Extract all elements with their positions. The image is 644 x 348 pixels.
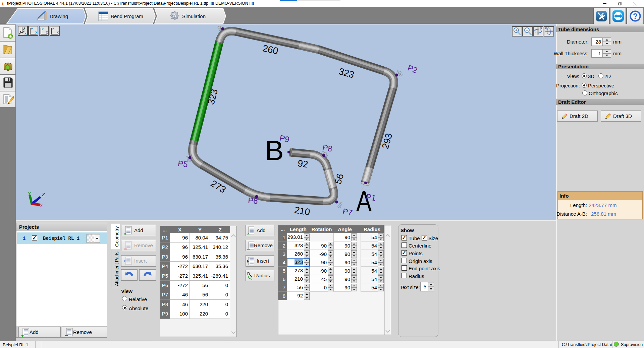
svg-text:P1: P1 <box>365 192 377 203</box>
svg-text:Z: Z <box>52 27 54 31</box>
svg-text:Y: Y <box>28 191 31 196</box>
svg-text:Z: Z <box>41 192 45 197</box>
svg-text:Y: Y <box>19 32 21 36</box>
svg-text:X: X <box>57 31 59 34</box>
svg-text:Z: Z <box>23 26 25 30</box>
svg-text:?: ? <box>633 12 638 21</box>
svg-text:92: 92 <box>297 158 309 170</box>
svg-text:Y: Y <box>31 27 33 31</box>
svg-text:P2: P2 <box>407 63 419 75</box>
svg-text:Z: Z <box>46 31 48 34</box>
svg-text:P7: P7 <box>342 207 353 218</box>
svg-text:X: X <box>39 202 43 208</box>
svg-text:Y: Y <box>42 27 44 31</box>
svg-text:210: 210 <box>294 205 311 217</box>
svg-text:X: X <box>24 32 26 36</box>
svg-text:260: 260 <box>262 43 279 56</box>
svg-text:323: 323 <box>337 66 355 80</box>
svg-text:X: X <box>35 31 37 34</box>
